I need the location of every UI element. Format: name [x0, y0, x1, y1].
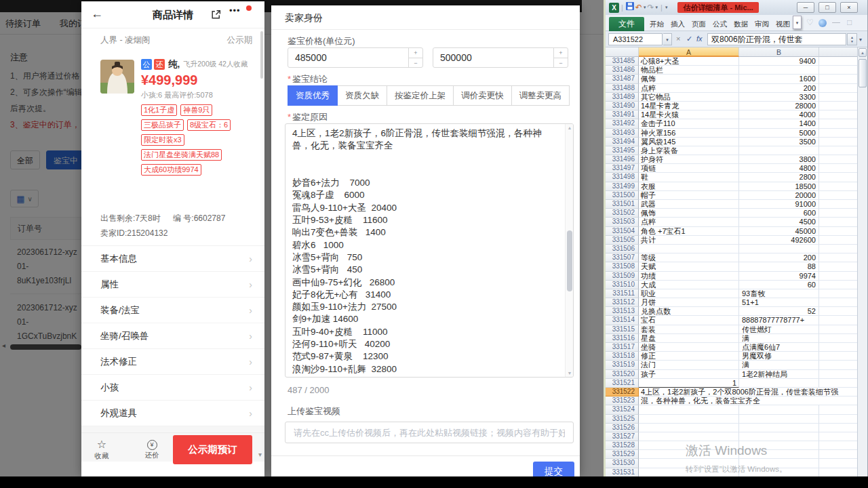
cell-a[interactable]: [639, 459, 739, 468]
cell-b[interactable]: 52: [739, 307, 819, 316]
scroll-up-icon[interactable]: ▲: [566, 125, 574, 130]
cell-a[interactable]: [639, 432, 739, 441]
cell-b[interactable]: 51+1: [739, 298, 819, 307]
confirm-entry-icon[interactable]: ✓: [686, 35, 692, 43]
redo-dropdown-icon[interactable]: ▾: [656, 5, 658, 10]
cell-b[interactable]: 28000: [739, 102, 819, 110]
cell-a[interactable]: 宝石: [639, 316, 739, 325]
cell-b[interactable]: 4800: [739, 164, 819, 173]
select-all-corner[interactable]: [606, 47, 639, 57]
conclusion-option[interactable]: 调价卖更快: [454, 85, 512, 106]
cell-c[interactable]: [819, 227, 860, 236]
cell-a[interactable]: 角色 +7宝石1: [639, 227, 739, 236]
cell-c[interactable]: [819, 253, 860, 262]
share-icon[interactable]: [210, 9, 222, 20]
cell-b[interactable]: 9400: [739, 57, 819, 66]
row-header[interactable]: 331503: [606, 218, 639, 226]
cell-a[interactable]: 佩饰: [639, 209, 739, 218]
row-header[interactable]: 331492: [606, 119, 639, 128]
cell-a[interactable]: [639, 441, 739, 450]
menu-item[interactable]: 外观道具 ›: [81, 401, 264, 426]
cell-a[interactable]: 点粹: [639, 84, 739, 93]
cell-c[interactable]: [819, 459, 860, 468]
cell-b[interactable]: 传世燃灯: [739, 325, 819, 334]
cell-a[interactable]: 职业: [639, 289, 739, 298]
cell-a[interactable]: 4上区，1老2新孩子，2个双8006阶正骨混，传世套装细节强: [639, 388, 860, 396]
row-header[interactable]: 331505: [606, 236, 639, 245]
conclusion-option[interactable]: 资质欠缺: [338, 85, 387, 106]
cell-a[interactable]: [639, 424, 739, 432]
cell-c[interactable]: [819, 191, 860, 200]
cancel-entry-icon[interactable]: ×: [676, 35, 680, 43]
row-header[interactable]: 331520: [606, 370, 639, 379]
row-header[interactable]: 331487: [606, 75, 639, 83]
cell-b[interactable]: [739, 450, 819, 459]
row-header[interactable]: 331521: [606, 379, 639, 388]
textarea-scrollbar[interactable]: ▲ ▼: [565, 124, 573, 377]
conclusion-option[interactable]: 按鉴定价上架: [387, 85, 454, 106]
cell-c[interactable]: [819, 334, 860, 343]
cell-a[interactable]: 大成: [639, 281, 739, 289]
row-header[interactable]: 331508: [606, 262, 639, 271]
minimize-button[interactable]: ─: [797, 2, 814, 13]
cell-b[interactable]: 91000: [739, 200, 819, 209]
cell-c[interactable]: [819, 272, 860, 281]
row-header[interactable]: 331504: [606, 227, 639, 236]
price-low-input[interactable]: [288, 48, 409, 67]
cell-c[interactable]: [819, 298, 860, 307]
cell-c[interactable]: [819, 119, 860, 128]
column-header-c[interactable]: [819, 47, 860, 57]
cell-a[interactable]: 功绩: [639, 272, 739, 281]
cell-c[interactable]: [819, 102, 860, 110]
undo-icon[interactable]: ↶: [635, 2, 642, 13]
menu-item[interactable]: 属性 ›: [81, 272, 264, 298]
cell-a[interactable]: 物品栏: [639, 66, 739, 75]
favorite-action[interactable]: ☆ 收藏: [87, 439, 117, 461]
cell-b[interactable]: 5000: [739, 129, 819, 138]
ribbon-tab[interactable]: 页面: [688, 16, 709, 31]
row-header[interactable]: 331515: [606, 325, 639, 334]
cell-b[interactable]: 600: [739, 209, 819, 218]
cell-b[interactable]: 88: [739, 262, 819, 271]
cell-b[interactable]: 4500: [739, 218, 819, 226]
cell-c[interactable]: [819, 307, 860, 316]
cell-a[interactable]: [639, 245, 739, 253]
cell-a[interactable]: 混，各种神兽，化无，装备宝宝齐全: [639, 396, 860, 405]
name-box-dropdown-icon[interactable]: ▾: [663, 33, 672, 45]
ribbon-tab[interactable]: 视图: [772, 16, 793, 31]
cell-a[interactable]: 天赋: [639, 262, 739, 271]
cell-a[interactable]: [639, 415, 739, 424]
cell-b[interactable]: 3300: [739, 93, 819, 102]
stepper-up-icon[interactable]: +: [409, 48, 422, 58]
more-menu-icon[interactable]: •••: [229, 5, 241, 16]
cell-c[interactable]: [819, 110, 860, 119]
cell-b[interactable]: [739, 424, 819, 432]
row-header[interactable]: 331512: [606, 298, 639, 307]
cell-c[interactable]: [819, 289, 860, 298]
cell-c[interactable]: [819, 84, 860, 93]
cell-a[interactable]: 修正: [639, 352, 739, 361]
stepper-up-icon[interactable]: +: [554, 48, 568, 58]
ribbon-tab[interactable]: 开始: [646, 16, 667, 31]
row-header[interactable]: 331486: [606, 66, 639, 75]
cell-c[interactable]: [819, 155, 860, 164]
cell-b[interactable]: 18500: [739, 182, 819, 191]
cell-c[interactable]: [819, 370, 860, 379]
reason-textarea[interactable]: 4上区，1老2新孩子，6阶正骨混，传世套装细节强混，各种神兽，化无，装备宝宝齐全…: [285, 123, 574, 378]
row-header[interactable]: 331527: [606, 432, 639, 441]
heart-icon[interactable]: ♡: [806, 18, 814, 27]
expand-formula-bar-icon[interactable]: ▾: [859, 37, 862, 43]
conclusion-option[interactable]: 调整卖更高: [512, 85, 570, 106]
row-header[interactable]: 331491: [606, 110, 639, 119]
cell-b[interactable]: 492600: [739, 236, 819, 245]
row-header[interactable]: 331494: [606, 138, 639, 146]
cell-a[interactable]: 共计: [639, 236, 739, 245]
cell-a[interactable]: 佩饰: [639, 75, 739, 83]
cell-c[interactable]: [819, 415, 860, 424]
menu-item[interactable]: 坐骑/召唤兽 ›: [81, 323, 264, 349]
stepper-down-icon[interactable]: −: [409, 58, 422, 68]
cell-c[interactable]: [819, 316, 860, 325]
cell-a[interactable]: 衣服: [639, 182, 739, 191]
row-header[interactable]: 331500: [606, 191, 639, 200]
cell-b[interactable]: [739, 441, 819, 450]
